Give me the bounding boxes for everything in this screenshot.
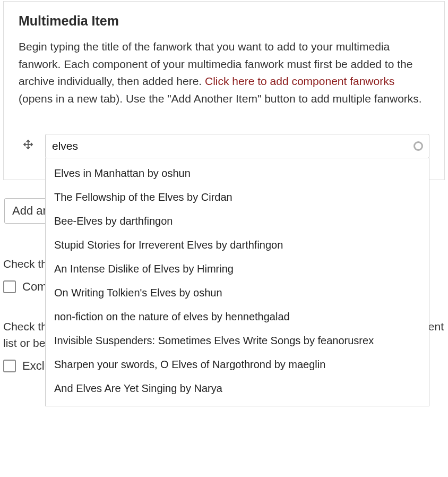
desc-text-2: (opens in a new tab). Use the "Add Anoth… [19, 92, 422, 105]
add-component-link[interactable]: Click here to add component fanworks [205, 75, 394, 87]
section-title: Multimedia Item [19, 13, 429, 29]
autocomplete-option[interactable]: An Intense Dislike of Elves by Himring [46, 257, 429, 281]
move-icon[interactable] [23, 139, 33, 153]
clear-input-icon[interactable] [413, 141, 423, 151]
fanwork-input[interactable] [45, 134, 429, 158]
autocomplete-dropdown: Elves in Manhattan by oshun The Fellowsh… [45, 158, 429, 406]
completed-checkbox[interactable] [3, 280, 16, 293]
autocomplete-option[interactable]: On Writing Tolkien's Elves by oshun [46, 281, 429, 305]
multimedia-item-panel: Multimedia Item Begin typing the title o… [3, 1, 445, 180]
exclude-checkbox[interactable] [3, 360, 16, 372]
autocomplete-option[interactable]: Elves in Manhattan by oshun [46, 161, 429, 185]
item-row: Elves in Manhattan by oshun The Fellowsh… [23, 134, 429, 158]
autocomplete-option[interactable]: Invisible Suspenders: Sometimes Elves Wr… [46, 329, 429, 353]
autocomplete-option[interactable]: Bee-Elves by darthfingon [46, 209, 429, 233]
autocomplete-option[interactable]: Sharpen your swords, O Elves of Nargothr… [46, 353, 429, 377]
fanwork-input-wrap: Elves in Manhattan by oshun The Fellowsh… [45, 134, 429, 158]
autocomplete-option[interactable]: The Fellowship of the Elves by Cirdan [46, 185, 429, 209]
section-description: Begin typing the title of the fanwork th… [19, 38, 429, 107]
autocomplete-option[interactable]: non-fiction on the nature of elves by he… [46, 305, 429, 329]
autocomplete-option[interactable]: Stupid Stories for Irreverent Elves by d… [46, 233, 429, 257]
autocomplete-option[interactable]: And Elves Are Yet Singing by Narya [46, 377, 429, 401]
